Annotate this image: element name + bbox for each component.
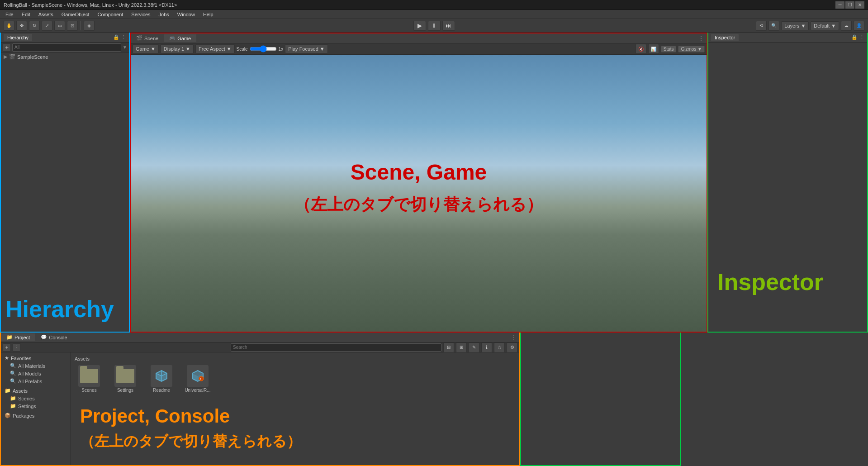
menu-services[interactable]: Services [128,11,154,18]
display-dropdown[interactable]: Display 1 ▼ [161,44,194,53]
step-button[interactable]: ⏭ [442,21,455,31]
favorites-star-icon: ★ [5,355,9,361]
hierarchy-add-button[interactable]: + [3,43,11,52]
hierarchy-tab[interactable]: Hierarchy [4,34,32,41]
inspector-tab[interactable]: Inspector [711,34,739,41]
sidebar-all-models[interactable]: 🔍 All Models [3,370,69,377]
tool-rotate[interactable]: ↻ [29,21,40,31]
packages-header[interactable]: 📦 Packages [3,412,69,419]
tool-hand[interactable]: ✋ [4,21,14,31]
game-tab-icon: 🎮 [169,35,175,41]
gizmos-label[interactable]: Gizmos ▼ [678,46,705,52]
scale-slider[interactable] [250,46,277,52]
project-settings[interactable]: ⚙ [507,342,517,352]
mute-button[interactable]: 🔇 [636,44,646,54]
project-info[interactable]: ℹ [481,342,492,352]
sidebar-settings[interactable]: 📁 Settings [3,402,69,410]
project-search[interactable] [231,343,441,352]
hierarchy-search[interactable] [12,43,121,52]
display-mode-label: Game [136,46,149,52]
display-mode-dropdown[interactable]: Game ▼ [133,44,159,53]
project-more-button[interactable]: ⋮ [13,343,21,352]
restore-button[interactable]: ❐ [845,1,854,9]
packages-folder-icon: 📦 [5,413,11,418]
hierarchy-lock-icon: 🔒 [113,34,119,40]
game-overlay-line1: Scene, Game [294,160,543,185]
stats-button[interactable]: 📊 [648,44,659,54]
menu-help[interactable]: Help [199,11,217,18]
tool-scale[interactable]: ⤢ [42,21,52,31]
project-overlay-line1: Project, Console [80,405,301,427]
tool-transform[interactable]: ⊡ [67,21,78,31]
project-star[interactable]: ☆ [494,342,505,352]
hierarchy-more-icon[interactable]: ⋮ [121,34,126,40]
asset-universalr[interactable]: ! UniversalR... [183,365,212,393]
tool-rect[interactable]: ▭ [54,21,65,31]
stats-label[interactable]: Stats [661,46,677,52]
play-focused-chevron: ▼ [320,46,325,52]
favorites-header[interactable]: ★ Favorites [3,354,69,362]
hierarchy-item-samplescene[interactable]: ▶ 🎬 SampleScene [2,53,128,60]
game-overlay-line2: （左上のタブで切り替えられる） [294,194,543,216]
sidebar-scenes[interactable]: 📁 Scenes [3,395,69,402]
asset-settings[interactable]: Settings [111,365,140,393]
project-toggle2[interactable]: ⊞ [456,342,467,352]
inspector-lock-icon[interactable]: 🔒 [851,34,858,40]
menu-jobs[interactable]: Jobs [155,11,173,18]
tab-project[interactable]: 📁 Project [1,333,35,341]
tab-console[interactable]: 💬 Console [35,333,72,341]
assets-header[interactable]: 📁 Assets [3,387,69,395]
scale-group: Scale 1x [237,46,284,52]
menu-gameobject[interactable]: GameObject [58,11,93,18]
layers-dropdown[interactable]: Layers ▼ [781,21,809,30]
project-more-icon[interactable]: ⋮ [508,334,519,341]
inspector-more-icon[interactable]: ⋮ [859,34,864,40]
project-toggle1[interactable]: ⊟ [443,342,454,352]
tool-extra[interactable]: ◈ [84,21,95,31]
search-icon-3: 🔍 [10,378,16,384]
menu-assets[interactable]: Assets [35,11,57,18]
main-toolbar: ✋ ✥ ↻ ⤢ ▭ ⊡ ◈ ▶ ⏸ ⏭ ⟲ 🔍 Layers ▼ Default… [0,19,868,33]
hierarchy-filter-icon[interactable]: ▼ [123,45,127,50]
cube-readme-svg [154,369,169,383]
play-focused-label: Play Focused [288,46,318,52]
menu-window[interactable]: Window [174,11,199,18]
all-materials-label: All Materials [18,363,45,369]
project-panel: 📁 Project 💬 Console ⋮ + ⋮ ⊟ ⊞ ✎ ℹ ☆ ⚙ [0,333,520,466]
window-controls: ─ ❐ ✕ [835,1,864,9]
packages-label: Packages [13,413,34,418]
svg-text:!: ! [200,377,201,380]
pause-button[interactable]: ⏸ [428,21,441,31]
menu-component[interactable]: Component [94,11,127,18]
toolbar-left: ✋ ✥ ↻ ⤢ ▭ ⊡ ◈ [4,21,289,31]
asset-readme[interactable]: Readme [147,365,176,393]
assets-label-sidebar: Assets [13,388,28,394]
close-button[interactable]: ✕ [855,1,864,9]
aspect-dropdown[interactable]: Free Aspect ▼ [195,44,235,53]
sidebar-all-prefabs[interactable]: 🔍 All Prefabs [3,377,69,385]
aspect-chevron: ▼ [227,46,232,52]
packages-section: 📦 Packages [3,412,69,419]
minimize-button[interactable]: ─ [835,1,844,9]
project-toggle3[interactable]: ✎ [469,342,479,352]
play-focused-dropdown[interactable]: Play Focused ▼ [285,44,328,53]
game-toolbar: Game ▼ Display 1 ▼ Free Aspect ▼ Scale 1… [131,43,707,55]
cloud-button[interactable]: ☁ [841,21,852,31]
default-dropdown[interactable]: Default ▼ [811,21,839,30]
sidebar-all-materials[interactable]: 🔍 All Materials [3,362,69,370]
tool-move[interactable]: ✥ [16,21,27,31]
menu-edit[interactable]: Edit [18,11,34,18]
history-button[interactable]: ⟲ [756,21,767,31]
tab-game[interactable]: 🎮 Game [164,34,196,42]
asset-scenes[interactable]: Scenes [75,365,104,393]
play-button[interactable]: ▶ [413,21,426,31]
title-text: RollingBall - SampleScene - Windows, Mac… [4,2,177,8]
search-button[interactable]: 🔍 [768,21,779,31]
hierarchy-overlay-label: Hierarchy [5,295,114,323]
project-overlay-line2: （左上のタブで切り替えられる） [80,432,301,452]
menu-file[interactable]: File [2,11,17,18]
assets-path-label: Assets [75,356,516,361]
tab-scene[interactable]: 🎬 Scene [131,34,164,42]
project-add-button[interactable]: + [3,343,11,352]
account-button[interactable]: 👤 [854,21,864,31]
